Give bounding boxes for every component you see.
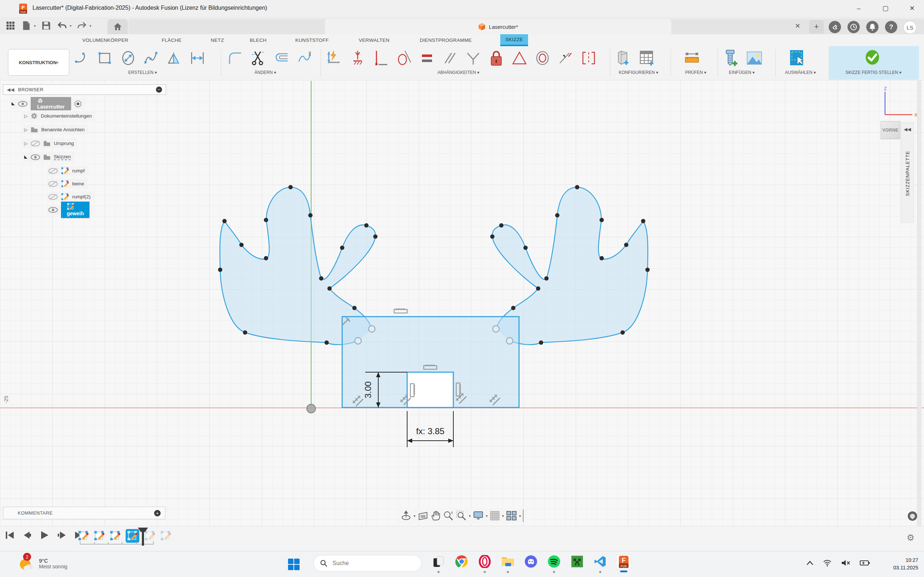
horizontal-vertical-constraint-icon[interactable] <box>373 49 389 67</box>
timeline-sketch-feature-suppressed[interactable] <box>160 530 171 541</box>
start-button[interactable] <box>287 558 300 571</box>
activate-radio-icon[interactable] <box>74 100 82 108</box>
tab-kunststoff[interactable]: KUNSTSTOFF <box>295 34 329 46</box>
zoom-icon[interactable]: ± <box>443 510 454 521</box>
new-tab-button[interactable]: + <box>809 20 824 34</box>
taskbar-app-window-stack[interactable] <box>431 554 446 569</box>
collapse-panel-icon[interactable]: ◀◀ <box>7 87 15 92</box>
concentric-constraint-icon[interactable] <box>535 49 551 67</box>
tab-verwalten[interactable]: VERWALTEN <box>359 34 389 46</box>
weather-widget[interactable]: 2 9°C Meist sonnig <box>18 555 68 572</box>
taskbar-app-chrome[interactable] <box>454 554 469 569</box>
step-forward-icon[interactable] <box>57 530 66 540</box>
extensions-plug-icon[interactable] <box>829 21 841 33</box>
browser-row-rumpf[interactable]: rumpf <box>47 166 89 176</box>
browser-row-skizzen[interactable]: Skizzen <box>23 152 74 162</box>
selected-sketch-label[interactable]: geweih <box>61 201 89 218</box>
tab-netz[interactable]: NETZ <box>211 34 224 46</box>
tab-blech[interactable]: BLECH <box>250 34 267 46</box>
midpoint-constraint-icon[interactable] <box>558 49 573 67</box>
konstruktion-dropdown[interactable]: KONSTRUKTION ▾ <box>8 49 69 76</box>
tab-close-icon[interactable]: ✕ <box>793 22 803 31</box>
taskbar-app-discord[interactable] <box>524 554 538 569</box>
undo-dropdown-caret[interactable]: ▾ <box>69 24 71 28</box>
offset-tool-icon[interactable] <box>274 49 289 67</box>
select-tool-icon[interactable] <box>789 49 804 67</box>
redo-dropdown-caret[interactable]: ▾ <box>89 24 91 28</box>
circle-tool-icon[interactable] <box>120 49 136 67</box>
minimize-button[interactable]: – <box>850 3 867 14</box>
file-icon[interactable] <box>21 20 32 31</box>
search-input[interactable] <box>332 560 405 567</box>
parallel-constraint-icon[interactable] <box>442 49 458 67</box>
sketch-palette-tab[interactable]: ◀◀ SKIZZENPALETTE <box>901 122 914 223</box>
trim-scissors-tool-icon[interactable] <box>250 49 267 67</box>
taskbar-app-fusion-active[interactable]: FFUS <box>616 554 631 569</box>
collapsed-arrow-icon[interactable]: ▷ <box>24 114 27 119</box>
app-grid-icon[interactable] <box>5 20 16 31</box>
save-icon[interactable] <box>41 20 52 31</box>
browser-row-ursprung[interactable]: ▷ Ursprung <box>23 139 78 148</box>
eye-visible-icon[interactable] <box>48 207 58 213</box>
volume-muted-icon[interactable] <box>841 559 850 567</box>
maximize-button[interactable]: ▢ <box>877 3 894 14</box>
timeline-settings-gear-icon[interactable]: ⚙ <box>907 533 914 543</box>
insert-image-icon[interactable] <box>746 49 762 67</box>
expand-triangle-icon[interactable] <box>24 155 27 159</box>
eye-hidden-icon[interactable] <box>48 168 58 174</box>
browser-row-benannte-ansichten[interactable]: ▷ Benannte Ansichten <box>23 125 88 134</box>
spline-tool-icon[interactable] <box>143 49 159 67</box>
zoom-window-icon[interactable] <box>456 510 467 521</box>
aendern-label[interactable]: ÄNDERN ▾ <box>246 70 285 75</box>
display-settings-icon[interactable] <box>473 511 484 521</box>
abhaengigkeiten-label[interactable]: ABHÄNGIGKEITEN ▾ <box>430 70 487 75</box>
orbit-icon[interactable] <box>401 510 412 521</box>
fix-lock-constraint-icon[interactable] <box>488 49 504 67</box>
browser-row-rumpf2[interactable]: rumpf(2) <box>47 192 94 201</box>
job-status-clock-icon[interactable] <box>848 21 860 33</box>
panel-options-icon[interactable]: − <box>156 87 162 93</box>
taskbar-clock[interactable]: 10:27 03.11.2025 <box>893 556 918 572</box>
sketch-dimension-tool-icon[interactable] <box>189 49 205 67</box>
timeline-sketch-feature[interactable] <box>110 530 121 541</box>
close-button[interactable]: ✕ <box>904 3 921 14</box>
skip-to-start-icon[interactable] <box>5 530 15 540</box>
insert-fastener-icon[interactable] <box>723 49 739 67</box>
viewports-dropdown-caret[interactable]: ▾ <box>519 514 521 518</box>
modeling-canvas[interactable]: 3.00 fx: 3.85 -25 ◀◀ BROWSER − <box>0 80 924 526</box>
redo-icon[interactable] <box>76 20 87 31</box>
tab-skizze-active[interactable]: SKIZZE <box>500 34 528 46</box>
viewcube-widget[interactable]: Z X VORNE <box>881 85 921 139</box>
collapsed-arrow-icon[interactable]: ▷ <box>24 127 27 132</box>
dimension-constraint-icon[interactable] <box>327 49 342 67</box>
zoom-window-dropdown-caret[interactable]: ▾ <box>469 514 471 518</box>
timeline-position-marker[interactable] <box>136 527 149 546</box>
account-avatar[interactable]: LS <box>903 21 916 34</box>
document-tab-lasercutter[interactable]: Lasercutter* <box>325 19 671 34</box>
configuration-table-icon[interactable] <box>639 49 655 67</box>
taskbar-app-opera[interactable] <box>478 554 492 569</box>
perpendicular-constraint-icon[interactable] <box>465 49 481 67</box>
line-arc-tool-icon[interactable] <box>74 49 90 67</box>
finish-sketch-check-icon[interactable] <box>864 48 880 66</box>
tab-dienstprogramme[interactable]: DIENSTPROGRAMME <box>420 34 472 46</box>
coincident-constraint-icon[interactable] <box>350 49 366 67</box>
pan-hand-icon[interactable] <box>431 511 441 521</box>
konfigurieren-label[interactable]: KONFIGURIEREN ▾ <box>611 70 666 75</box>
equal-constraint-icon[interactable] <box>419 49 435 67</box>
eye-visible-icon[interactable] <box>31 154 40 160</box>
taskbar-app-minecraft[interactable] <box>570 554 584 569</box>
tab-volumenkoerper[interactable]: VOLUMENKÖRPER <box>82 34 129 46</box>
taskbar-app-vscode[interactable] <box>593 554 607 569</box>
taskbar-app-file-explorer[interactable] <box>501 554 515 569</box>
step-back-icon[interactable] <box>23 530 32 540</box>
undo-icon[interactable] <box>57 20 68 31</box>
grid-settings-icon[interactable] <box>490 511 500 521</box>
expand-triangle-icon[interactable] <box>11 102 15 105</box>
battery-icon[interactable] <box>860 560 870 566</box>
configure-feature-icon[interactable] <box>616 49 632 67</box>
notifications-bell-icon[interactable] <box>866 21 879 33</box>
wifi-icon[interactable] <box>823 559 832 567</box>
file-dropdown-caret[interactable]: ▾ <box>34 24 36 28</box>
viewcube-front-face[interactable]: VORNE <box>881 121 900 139</box>
